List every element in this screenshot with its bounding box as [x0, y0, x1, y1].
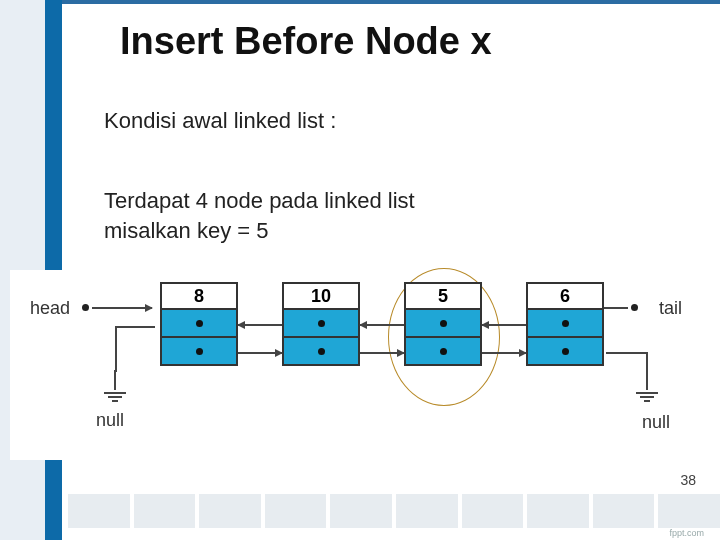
node-3: 5: [404, 282, 482, 366]
page-number: 38: [680, 472, 696, 488]
null-right-label: null: [642, 412, 670, 433]
node-2: 10: [282, 282, 360, 366]
ptr-dot-icon: [562, 348, 569, 355]
ptr-dot-icon: [318, 320, 325, 327]
node-1-next: [160, 338, 238, 366]
ptr-dot-icon: [440, 348, 447, 355]
template-credit: fppt.com: [669, 528, 704, 538]
node-3-next: [404, 338, 482, 366]
head-dot-icon: [82, 304, 89, 311]
node-3-prev: [404, 310, 482, 338]
head-arrow-icon: [92, 307, 152, 309]
null-left-label: null: [96, 410, 124, 431]
tail-label: tail: [659, 298, 682, 319]
null-right-connector: [606, 352, 648, 354]
null-left-connector: [115, 326, 155, 328]
next-arrow-icon: [360, 352, 404, 354]
node-2-value: 10: [282, 282, 360, 310]
ptr-dot-icon: [196, 320, 203, 327]
node-1-prev: [160, 310, 238, 338]
head-label: head: [30, 298, 70, 319]
ptr-dot-icon: [562, 320, 569, 327]
ground-right-icon: [634, 370, 660, 402]
body-line-1: Kondisi awal linked list :: [104, 108, 336, 134]
ptr-dot-icon: [196, 348, 203, 355]
node-2-prev: [282, 310, 360, 338]
node-1: 8: [160, 282, 238, 366]
node-1-value: 8: [160, 282, 238, 310]
node-4-prev: [526, 310, 604, 338]
slide-title: Insert Before Node x: [120, 20, 492, 63]
node-4: 6: [526, 282, 604, 366]
node-4-next: [526, 338, 604, 366]
ptr-dot-icon: [318, 348, 325, 355]
node-3-value: 5: [404, 282, 482, 310]
linked-list-diagram: head tail 8 10 5 6: [10, 270, 710, 460]
footer-blocks: [62, 494, 720, 528]
prev-arrow-icon: [360, 324, 404, 326]
prev-arrow-icon: [238, 324, 282, 326]
body-line-3: misalkan key = 5: [104, 218, 268, 244]
slide: Insert Before Node x Kondisi awal linked…: [0, 0, 720, 540]
body-line-2: Terdapat 4 node pada linked list: [104, 188, 415, 214]
top-accent-line: [62, 0, 720, 4]
node-2-next: [282, 338, 360, 366]
tail-dot-icon: [631, 304, 638, 311]
ground-left-icon: [102, 370, 128, 402]
next-arrow-icon: [482, 352, 526, 354]
prev-arrow-icon: [482, 324, 526, 326]
next-arrow-icon: [238, 352, 282, 354]
ptr-dot-icon: [440, 320, 447, 327]
node-4-value: 6: [526, 282, 604, 310]
